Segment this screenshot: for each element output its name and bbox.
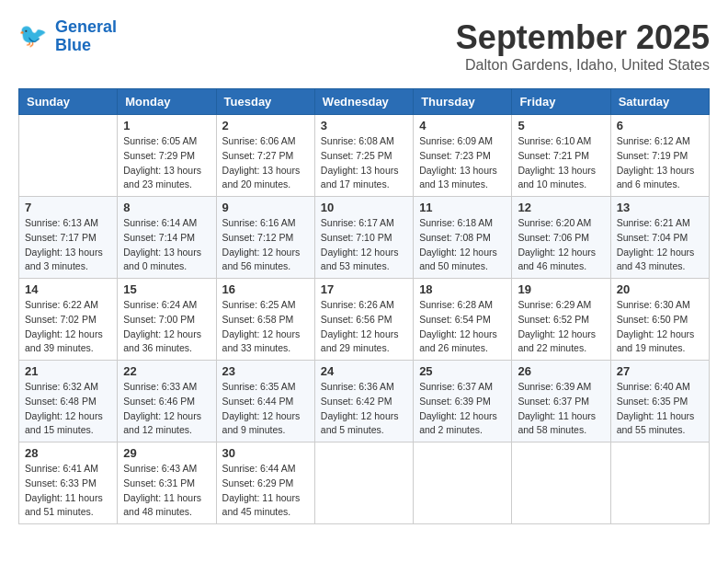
day-number: 4 [419,119,506,132]
calendar-cell: 15Sunrise: 6:24 AM Sunset: 7:00 PM Dayli… [118,279,216,361]
day-number: 10 [321,201,407,214]
calendar-cell: 11Sunrise: 6:18 AM Sunset: 7:08 PM Dayli… [414,197,512,279]
weekday-header-wednesday: Wednesday [314,89,413,115]
day-number: 20 [617,282,703,296]
location: Dalton Gardens, Idaho, United States [456,57,710,74]
day-info: Sunrise: 6:37 AM Sunset: 6:39 PM Dayligh… [419,380,506,438]
day-info: Sunrise: 6:20 AM Sunset: 7:06 PM Dayligh… [518,216,604,274]
calendar-cell: 27Sunrise: 6:40 AM Sunset: 6:35 PM Dayli… [610,361,709,442]
calendar-cell: 26Sunrise: 6:39 AM Sunset: 6:37 PM Dayli… [512,361,610,442]
calendar-cell: 3Sunrise: 6:08 AM Sunset: 7:25 PM Daylig… [314,115,413,197]
title-block: September 2025 Dalton Gardens, Idaho, Un… [456,18,710,74]
calendar-cell: 19Sunrise: 6:29 AM Sunset: 6:52 PM Dayli… [512,279,610,361]
day-info: Sunrise: 6:28 AM Sunset: 6:54 PM Dayligh… [419,298,506,356]
weekday-header-friday: Friday [512,89,610,115]
calendar-cell: 29Sunrise: 6:43 AM Sunset: 6:31 PM Dayli… [118,442,216,524]
day-number: 7 [25,201,111,214]
calendar-cell: 24Sunrise: 6:36 AM Sunset: 6:42 PM Dayli… [314,361,413,442]
calendar-cell [414,442,512,524]
day-info: Sunrise: 6:16 AM Sunset: 7:12 PM Dayligh… [222,216,309,274]
calendar-cell: 4Sunrise: 6:09 AM Sunset: 7:23 PM Daylig… [414,115,512,197]
day-number: 30 [222,446,309,460]
day-number: 6 [617,119,703,132]
day-info: Sunrise: 6:29 AM Sunset: 6:52 PM Dayligh… [518,298,604,356]
logo-text: General Blue [55,18,117,55]
calendar-cell [19,115,118,197]
calendar-cell: 28Sunrise: 6:41 AM Sunset: 6:33 PM Dayli… [19,442,118,524]
day-info: Sunrise: 6:08 AM Sunset: 7:25 PM Dayligh… [321,134,407,192]
day-info: Sunrise: 6:35 AM Sunset: 6:44 PM Dayligh… [222,380,309,438]
weekday-header-monday: Monday [118,89,216,115]
day-info: Sunrise: 6:41 AM Sunset: 6:33 PM Dayligh… [25,462,111,520]
day-number: 13 [617,201,703,214]
logo-icon: 🐦 [18,20,51,53]
day-number: 26 [518,364,604,378]
calendar-cell: 13Sunrise: 6:21 AM Sunset: 7:04 PM Dayli… [610,197,709,279]
day-info: Sunrise: 6:05 AM Sunset: 7:29 PM Dayligh… [123,134,210,192]
day-info: Sunrise: 6:14 AM Sunset: 7:14 PM Dayligh… [123,216,210,274]
calendar-week-5: 28Sunrise: 6:41 AM Sunset: 6:33 PM Dayli… [19,442,710,524]
day-info: Sunrise: 6:39 AM Sunset: 6:37 PM Dayligh… [518,380,604,438]
day-number: 14 [25,282,111,296]
day-number: 3 [321,119,407,132]
calendar-week-1: 1Sunrise: 6:05 AM Sunset: 7:29 PM Daylig… [19,115,710,197]
calendar-cell: 22Sunrise: 6:33 AM Sunset: 6:46 PM Dayli… [118,361,216,442]
calendar-cell: 8Sunrise: 6:14 AM Sunset: 7:14 PM Daylig… [118,197,216,279]
calendar-cell: 18Sunrise: 6:28 AM Sunset: 6:54 PM Dayli… [414,279,512,361]
calendar-cell: 14Sunrise: 6:22 AM Sunset: 7:02 PM Dayli… [19,279,118,361]
calendar-cell: 6Sunrise: 6:12 AM Sunset: 7:19 PM Daylig… [610,115,709,197]
day-info: Sunrise: 6:10 AM Sunset: 7:21 PM Dayligh… [518,134,604,192]
calendar-cell: 12Sunrise: 6:20 AM Sunset: 7:06 PM Dayli… [512,197,610,279]
day-number: 15 [123,282,210,296]
day-number: 27 [617,364,703,378]
day-info: Sunrise: 6:06 AM Sunset: 7:27 PM Dayligh… [222,134,309,192]
day-info: Sunrise: 6:36 AM Sunset: 6:42 PM Dayligh… [321,380,407,438]
day-number: 8 [123,201,210,214]
day-info: Sunrise: 6:17 AM Sunset: 7:10 PM Dayligh… [321,216,407,274]
calendar-cell: 21Sunrise: 6:32 AM Sunset: 6:48 PM Dayli… [19,361,118,442]
day-info: Sunrise: 6:24 AM Sunset: 7:00 PM Dayligh… [123,298,210,356]
day-info: Sunrise: 6:33 AM Sunset: 6:46 PM Dayligh… [123,380,210,438]
weekday-header-sunday: Sunday [19,89,118,115]
day-number: 1 [123,119,210,132]
day-number: 22 [123,364,210,378]
day-number: 16 [222,282,309,296]
calendar-week-3: 14Sunrise: 6:22 AM Sunset: 7:02 PM Dayli… [19,279,710,361]
day-number: 17 [321,282,407,296]
calendar-week-4: 21Sunrise: 6:32 AM Sunset: 6:48 PM Dayli… [19,361,710,442]
calendar-cell [610,442,709,524]
day-info: Sunrise: 6:40 AM Sunset: 6:35 PM Dayligh… [617,380,703,438]
calendar-table: SundayMondayTuesdayWednesdayThursdayFrid… [18,88,710,524]
day-number: 11 [419,201,506,214]
day-number: 2 [222,119,309,132]
day-number: 5 [518,119,604,132]
day-info: Sunrise: 6:43 AM Sunset: 6:31 PM Dayligh… [123,462,210,520]
day-number: 28 [25,446,111,460]
calendar-cell: 1Sunrise: 6:05 AM Sunset: 7:29 PM Daylig… [118,115,216,197]
calendar-cell: 9Sunrise: 6:16 AM Sunset: 7:12 PM Daylig… [216,197,314,279]
month-title: September 2025 [456,18,710,57]
calendar-cell: 2Sunrise: 6:06 AM Sunset: 7:27 PM Daylig… [216,115,314,197]
svg-text:🐦: 🐦 [18,21,48,50]
calendar-cell: 23Sunrise: 6:35 AM Sunset: 6:44 PM Dayli… [216,361,314,442]
day-number: 9 [222,201,309,214]
calendar-cell: 7Sunrise: 6:13 AM Sunset: 7:17 PM Daylig… [19,197,118,279]
calendar-cell: 20Sunrise: 6:30 AM Sunset: 6:50 PM Dayli… [610,279,709,361]
day-number: 19 [518,282,604,296]
day-number: 25 [419,364,506,378]
day-info: Sunrise: 6:32 AM Sunset: 6:48 PM Dayligh… [25,380,111,438]
day-info: Sunrise: 6:22 AM Sunset: 7:02 PM Dayligh… [25,298,111,356]
day-info: Sunrise: 6:09 AM Sunset: 7:23 PM Dayligh… [419,134,506,192]
calendar-cell: 16Sunrise: 6:25 AM Sunset: 6:58 PM Dayli… [216,279,314,361]
calendar-cell [512,442,610,524]
calendar-week-2: 7Sunrise: 6:13 AM Sunset: 7:17 PM Daylig… [19,197,710,279]
day-info: Sunrise: 6:44 AM Sunset: 6:29 PM Dayligh… [222,462,309,520]
calendar-cell [314,442,413,524]
calendar-cell: 25Sunrise: 6:37 AM Sunset: 6:39 PM Dayli… [414,361,512,442]
day-number: 23 [222,364,309,378]
day-number: 24 [321,364,407,378]
calendar-cell: 17Sunrise: 6:26 AM Sunset: 6:56 PM Dayli… [314,279,413,361]
day-info: Sunrise: 6:25 AM Sunset: 6:58 PM Dayligh… [222,298,309,356]
day-info: Sunrise: 6:13 AM Sunset: 7:17 PM Dayligh… [25,216,111,274]
day-number: 12 [518,201,604,214]
